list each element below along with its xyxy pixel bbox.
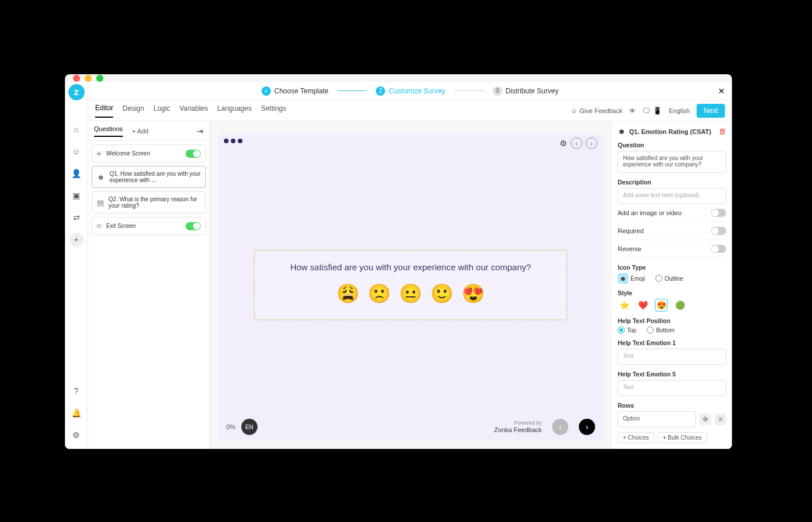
row-label: Reverse (618, 245, 641, 252)
radio-label: Bottom (656, 327, 675, 334)
step-distribute-survey[interactable]: 3 Distribute Survey (493, 86, 559, 96)
welcome-screen-item[interactable]: ⎆ Welcome Screen (92, 144, 206, 162)
face-icon[interactable]: ☺ (70, 144, 84, 158)
person-icon[interactable]: 👤 (70, 166, 84, 180)
step-connector (455, 90, 484, 91)
bulk-choices-button[interactable]: + Bulk Choices (658, 432, 707, 443)
add-icon[interactable]: + (70, 233, 84, 246)
row-option-input[interactable]: Option (618, 411, 696, 427)
properties-panel: ☻ Q1. Emotion Rating (CSAT) 🗑 Question H… (611, 121, 732, 449)
questions-tab[interactable]: Questions (94, 125, 123, 137)
emotion-icon: ☻ (618, 127, 626, 136)
style-heart[interactable]: ❤️ (636, 299, 649, 311)
survey-prev-button[interactable]: ‹ (552, 419, 568, 435)
remove-row-button[interactable]: ✕ (715, 414, 726, 425)
gear-icon[interactable]: ⚙ (70, 428, 84, 442)
home-icon[interactable]: ⌂ (70, 122, 84, 136)
language-selector[interactable]: English (669, 107, 690, 114)
desktop-icon[interactable]: 🖵 (643, 107, 650, 115)
eye-icon: 👁 (629, 107, 636, 114)
icon-type-emoji[interactable]: ☻ Emoji (618, 273, 645, 284)
survey-canvas: ⚙ ‹ › How satisfied are you with your ex… (218, 134, 603, 441)
question-preview[interactable]: How satisfied are you with your experien… (254, 250, 567, 320)
step-choose-template[interactable]: ✓ Choose Template (262, 86, 328, 96)
canvas-settings-icon[interactable]: ⚙ (560, 139, 567, 148)
brand-logo[interactable]: z (68, 84, 85, 100)
question-2-item[interactable]: ▤ Q2. What is the primary reason for you… (92, 191, 206, 213)
style-star[interactable]: ⭐ (618, 299, 630, 311)
hte1-input[interactable]: Text (618, 349, 726, 365)
style-dot[interactable]: 🟢 (673, 299, 686, 311)
tab-settings[interactable]: Settings (261, 104, 286, 117)
style-emoji[interactable]: 😍 (655, 299, 668, 311)
close-window-btn[interactable] (73, 75, 80, 82)
toggle-switch[interactable] (711, 227, 726, 235)
sidebar-tabs: Questions + Add ⇥ (88, 121, 209, 141)
next-button[interactable]: Next (697, 104, 725, 118)
question-text: How satisfied are you with your experien… (260, 262, 561, 272)
close-icon[interactable]: ✕ (718, 86, 725, 96)
tab-editor[interactable]: Editor (95, 104, 113, 118)
emoji-option-5[interactable]: 😍 (462, 282, 485, 304)
powered-small: Powered by (494, 420, 542, 426)
radio-label: Emoji (630, 276, 645, 282)
canvas-footer: 0% EN Powered by Zonka Feedback ‹ › (226, 419, 595, 435)
minimize-window-btn[interactable] (85, 75, 92, 82)
question-1-item[interactable]: ☻ Q1. How satisfied are you with your ex… (92, 166, 206, 188)
tab-design[interactable]: Design (122, 104, 144, 117)
emoji-option-1[interactable]: 😩 (336, 282, 360, 304)
emoji-chip-icon: ☻ (618, 273, 628, 284)
emotion-icon: ☻ (97, 173, 105, 182)
exit-screen-item[interactable]: ⎋ Exit Screen (92, 217, 206, 235)
survey-next-button[interactable]: › (579, 419, 595, 435)
icon-type-outline[interactable]: Outline (655, 275, 683, 282)
hte1-label: Help Text Emotion 1 (618, 339, 726, 346)
progress-label: 0% (226, 423, 235, 430)
mobile-icon[interactable]: 📱 (653, 107, 662, 115)
emoji-option-2[interactable]: 🙁 (368, 282, 391, 304)
reverse-row: Reverse (618, 240, 726, 258)
toggle-switch[interactable] (186, 150, 201, 158)
toggle-switch[interactable] (186, 222, 201, 230)
canvas-area: ⚙ ‹ › How satisfied are you with your ex… (210, 121, 611, 449)
help-pos-top[interactable]: Top (618, 327, 636, 334)
tab-variables[interactable]: Variables (179, 104, 208, 117)
add-choices-button[interactable]: + Choices (618, 432, 654, 443)
help-pos-bottom[interactable]: Bottom (647, 327, 675, 334)
help-position-label: Help Text Position (618, 317, 726, 324)
clipboard-icon[interactable]: ▣ (70, 188, 84, 202)
exit-icon: ⎋ (97, 222, 102, 230)
step-label: Choose Template (274, 87, 328, 95)
hte5-input[interactable]: Text (618, 380, 726, 396)
canvas-next-icon[interactable]: › (586, 137, 597, 149)
bell-icon[interactable]: 🔔 (70, 406, 84, 420)
description-input[interactable]: Add some text here (optional) (618, 188, 726, 204)
row-label: Required (618, 227, 644, 234)
question-input[interactable]: How satisfied are you with your experien… (618, 151, 726, 173)
app-body: z ⌂ ☺ 👤 ▣ ⇄ + ? 🔔 ⚙ ✓ Choose Template (65, 82, 732, 449)
required-row: Required (618, 222, 726, 240)
rows-label: Rows (618, 402, 726, 409)
step-customize-survey[interactable]: 2 Customize Survey (376, 86, 445, 96)
toggle-switch[interactable] (711, 209, 726, 217)
give-feedback-button[interactable]: ☺ Give Feedback (571, 107, 622, 114)
help-icon[interactable]: ? (70, 384, 84, 398)
workflow-icon[interactable]: ⇄ (70, 211, 84, 224)
language-chip[interactable]: EN (241, 419, 258, 435)
tab-logic[interactable]: Logic (154, 104, 171, 117)
emoji-option-3[interactable]: 😐 (399, 282, 422, 304)
smile-icon: ☺ (571, 107, 577, 114)
powered-brand: Zonka Feedback (494, 426, 542, 434)
delete-question-button[interactable]: 🗑 (719, 127, 726, 136)
panel-title: Q1. Emotion Rating (CSAT) (629, 128, 715, 135)
collapse-icon[interactable]: ⇥ (197, 126, 204, 136)
tab-languages[interactable]: Languages (217, 104, 252, 117)
preview-button[interactable]: 👁 (629, 107, 636, 114)
maximize-window-btn[interactable] (96, 75, 103, 82)
emoji-option-4[interactable]: 🙂 (430, 282, 454, 304)
add-question-button[interactable]: + Add (132, 128, 148, 135)
toggle-switch[interactable] (711, 245, 726, 253)
canvas-prev-icon[interactable]: ‹ (571, 137, 582, 149)
mac-titlebar (65, 74, 732, 82)
drag-handle-icon[interactable]: ✥ (699, 414, 711, 425)
